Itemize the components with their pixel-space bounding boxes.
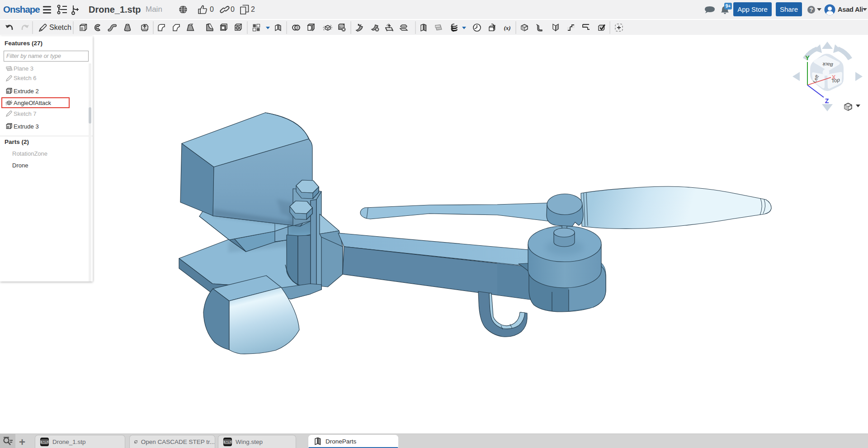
svg-text:STEP: STEP	[224, 440, 231, 443]
svg-text:Back: Back	[822, 62, 833, 68]
svg-text:X: X	[832, 74, 836, 81]
svg-text:STEP: STEP	[41, 440, 48, 443]
svg-text:Sketch: Sketch	[49, 24, 71, 31]
svg-text:Y: Y	[805, 54, 810, 62]
svg-text:Z: Z	[825, 97, 829, 105]
